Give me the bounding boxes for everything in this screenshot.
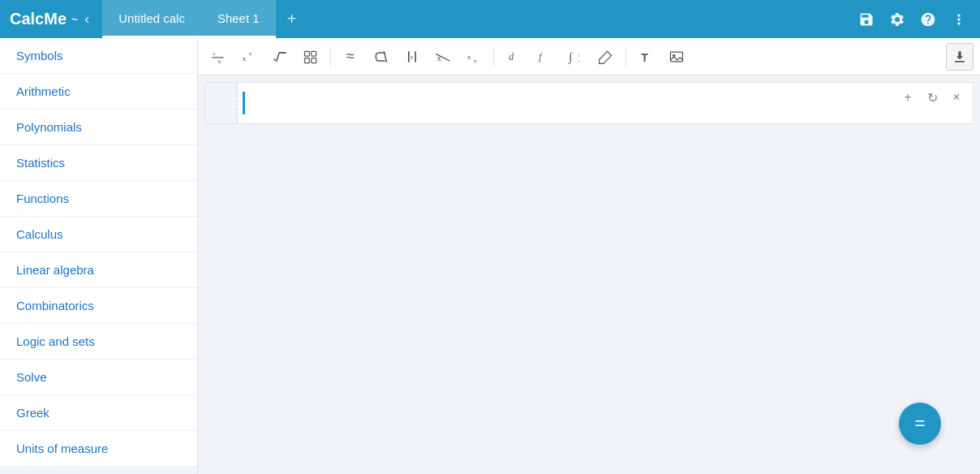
strikethrough-button[interactable]: x: [429, 43, 457, 71]
cell-content-1[interactable]: [238, 83, 973, 123]
toolbar-end-section: [946, 43, 974, 71]
sidebar-item-statistics[interactable]: Statistics: [0, 145, 197, 181]
document-title-tab[interactable]: Untitled calc: [102, 0, 201, 38]
sqrt-button[interactable]: [266, 43, 294, 71]
sidebar-item-combinatorics[interactable]: Combinatorics: [0, 288, 197, 324]
collapse-sidebar-button[interactable]: ‹: [84, 11, 89, 28]
app-logo: CalcMe ~: [10, 10, 78, 28]
header-actions: [855, 8, 970, 31]
tab-sheet1[interactable]: Sheet 1: [201, 0, 276, 38]
sidebar-item-polynomials[interactable]: Polynomials: [0, 110, 197, 145]
abs-value-button[interactable]: x: [398, 43, 426, 71]
svg-text:T: T: [641, 50, 648, 63]
sidebar-item-linear-algebra-label: Linear algebra: [16, 263, 94, 277]
refresh-icon: ↻: [927, 90, 938, 106]
sidebar-item-arithmetic[interactable]: Arithmetic: [0, 74, 197, 110]
sidebar-item-greek-label: Greek: [16, 406, 49, 420]
document-title: Untitled calc: [118, 11, 185, 25]
svg-text:f: f: [539, 52, 543, 62]
svg-text:↑: ↑: [578, 53, 580, 58]
formula-toolbar: ab xn ≈ x: [198, 38, 980, 75]
svg-text:x: x: [410, 54, 414, 61]
svg-text:b: b: [218, 58, 221, 64]
toolbar-divider-2: [493, 47, 494, 67]
tab-bar: Untitled calc Sheet 1 +: [102, 0, 855, 38]
save-button[interactable]: [855, 8, 878, 31]
svg-rect-8: [305, 58, 310, 62]
sidebar-item-solve-label: Solve: [16, 370, 47, 384]
content-area: ab xn ≈ x: [198, 38, 980, 474]
add-icon: +: [904, 90, 911, 105]
edit-button[interactable]: [592, 43, 620, 71]
svg-text:x: x: [243, 54, 247, 62]
svg-text:x: x: [437, 53, 442, 62]
sidebar-item-graphics[interactable]: Graphics: [0, 467, 197, 474]
cell-cursor: [243, 92, 245, 114]
tab-sheet1-label: Sheet 1: [217, 11, 260, 25]
sidebar-item-calculus-label: Calculus: [16, 227, 63, 241]
derivative-button[interactable]: d: [500, 43, 527, 71]
approx-icon: ≈: [346, 48, 355, 65]
sidebar-item-combinatorics-label: Combinatorics: [16, 299, 94, 312]
svg-text:a: a: [213, 50, 215, 56]
svg-text:n: n: [249, 50, 252, 56]
svg-text:↓: ↓: [578, 58, 580, 62]
svg-rect-9: [312, 58, 316, 62]
sidebar-item-units-of-measure-label: Units of measure: [16, 442, 108, 455]
sidebar-item-calculus[interactable]: Calculus: [0, 217, 197, 252]
sidebar-item-functions[interactable]: Functions: [0, 181, 197, 217]
image-insert-button[interactable]: [663, 43, 690, 71]
sidebar-item-linear-algebra[interactable]: Linear algebra: [0, 252, 197, 288]
svg-text:d: d: [509, 52, 514, 62]
approx-button[interactable]: ≈: [337, 43, 364, 71]
not-subset-button[interactable]: [368, 43, 395, 71]
subscript-button[interactable]: xn: [460, 43, 488, 71]
sidebar-item-logic-and-sets-label: Logic and sets: [16, 334, 95, 348]
export-button[interactable]: [946, 43, 974, 71]
superscript-button[interactable]: xn: [235, 43, 263, 71]
sidebar-item-statistics-label: Statistics: [16, 156, 65, 170]
cell-gutter-1: [205, 83, 238, 123]
svg-rect-7: [312, 51, 316, 56]
integral-button[interactable]: ∫↑↓: [561, 43, 589, 71]
main-layout: Symbols Arithmetic Polynomials Statistic…: [0, 38, 980, 474]
sidebar-item-functions-label: Functions: [16, 192, 69, 205]
insert-formula-fab[interactable]: =: [899, 403, 941, 445]
text-insert-button[interactable]: T: [632, 43, 660, 71]
sidebar-item-units-of-measure[interactable]: Units of measure: [0, 431, 197, 467]
logo-icon: ~: [71, 13, 78, 26]
sidebar-item-polynomials-label: Polynomials: [16, 120, 82, 134]
sidebar-item-greek[interactable]: Greek: [0, 395, 197, 431]
sheet-area[interactable]: + ↻ × =: [198, 75, 980, 474]
toolbar-divider-1: [330, 47, 331, 67]
settings-button[interactable]: [886, 8, 909, 31]
svg-text:∫: ∫: [569, 50, 574, 64]
cell-close-button[interactable]: ×: [947, 88, 966, 107]
app-header: CalcMe ~ ‹ Untitled calc Sheet 1 +: [0, 0, 980, 38]
cell-row-1: + ↻ ×: [204, 82, 974, 124]
fab-icon: =: [915, 413, 926, 434]
fraction-button[interactable]: ab: [204, 43, 232, 71]
function-button[interactable]: f: [531, 43, 558, 71]
sidebar-item-solve[interactable]: Solve: [0, 360, 197, 395]
sidebar-item-symbols-label: Symbols: [16, 49, 63, 62]
close-icon: ×: [952, 90, 960, 105]
help-button[interactable]: [917, 8, 939, 31]
logo-text: CalcMe: [10, 10, 67, 28]
svg-rect-6: [305, 51, 310, 56]
toolbar-divider-3: [625, 47, 626, 67]
sidebar-item-symbols[interactable]: Symbols: [0, 38, 197, 74]
sidebar: Symbols Arithmetic Polynomials Statistic…: [0, 38, 198, 474]
sidebar-item-logic-and-sets[interactable]: Logic and sets: [0, 324, 197, 360]
sidebar-item-arithmetic-label: Arithmetic: [16, 84, 71, 98]
add-tab-icon: +: [287, 10, 297, 28]
cell-add-button[interactable]: +: [898, 88, 918, 107]
cell-action-bar: + ↻ ×: [898, 88, 966, 107]
more-menu-button[interactable]: [948, 8, 970, 31]
add-tab-button[interactable]: +: [276, 0, 308, 38]
svg-text:x: x: [467, 52, 471, 60]
cell-refresh-button[interactable]: ↻: [922, 88, 942, 107]
matrix-button[interactable]: [297, 43, 325, 71]
svg-text:n: n: [474, 57, 477, 62]
